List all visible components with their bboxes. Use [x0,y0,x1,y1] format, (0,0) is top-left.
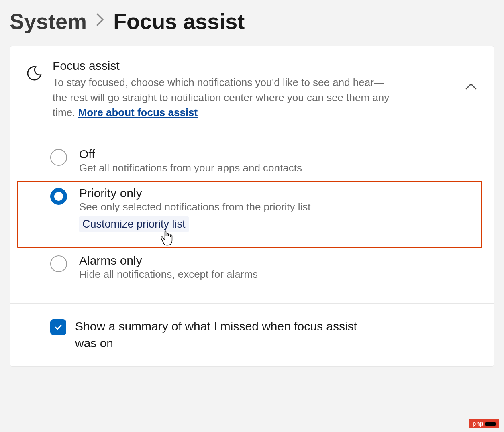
focus-assist-card: Focus assist To stay focused, choose whi… [10,46,494,367]
chevron-right-icon [96,13,104,30]
option-off[interactable]: Off Get all notifications from your apps… [10,142,494,181]
radio-options: Off Get all notifications from your apps… [10,132,494,303]
option-priority-only-title: Priority only [79,186,465,200]
chevron-up-icon[interactable] [465,82,477,92]
option-priority-only[interactable]: Priority only See only selected notifica… [17,181,482,248]
summary-checkbox[interactable] [50,319,66,335]
option-alarms-only-desc: Hide all notifications, except for alarm… [79,268,470,281]
option-alarms-only[interactable]: Alarms only Hide all notifications, exce… [10,248,494,287]
breadcrumb: System Focus assist [10,9,494,34]
card-description: To stay focused, choose which notificati… [53,75,398,120]
more-about-focus-assist-link[interactable]: More about focus assist [78,106,198,118]
breadcrumb-parent[interactable]: System [10,9,87,34]
radio-off[interactable] [50,149,67,166]
radio-alarms-only[interactable] [50,255,67,272]
summary-checkbox-row: Show a summary of what I missed when foc… [10,303,494,366]
breadcrumb-current: Focus assist [113,9,245,34]
summary-checkbox-label: Show a summary of what I missed when foc… [75,318,380,352]
option-alarms-only-title: Alarms only [79,254,470,267]
option-off-desc: Get all notifications from your apps and… [79,162,470,174]
card-header[interactable]: Focus assist To stay focused, choose whi… [10,46,494,132]
card-title: Focus assist [53,59,398,73]
option-off-title: Off [79,147,470,161]
cursor-pointer-icon [159,228,174,248]
radio-priority-only[interactable] [50,188,67,205]
moon-icon [25,65,43,84]
option-priority-only-desc: See only selected notifications from the… [79,201,465,213]
